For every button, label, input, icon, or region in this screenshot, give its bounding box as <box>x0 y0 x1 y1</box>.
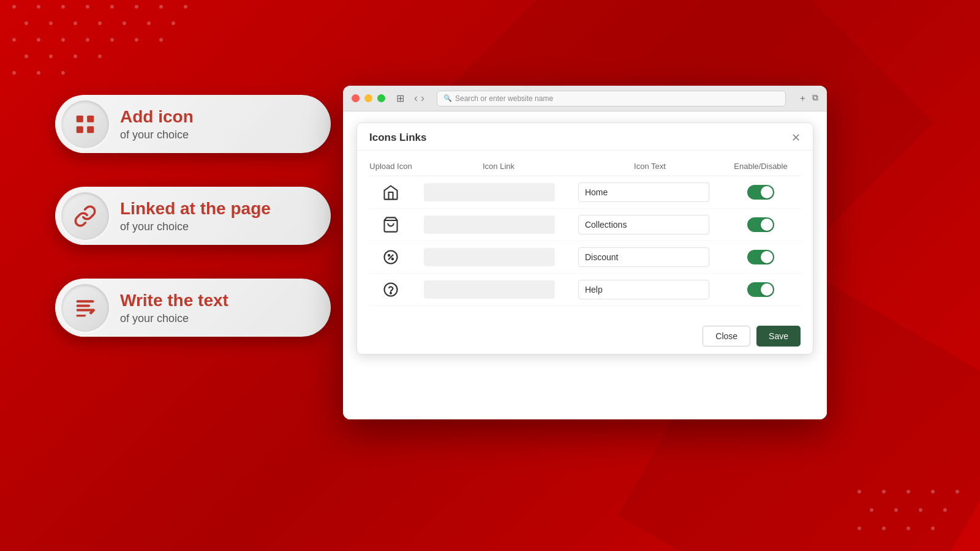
edit-icon <box>74 296 97 320</box>
browser-copy-button[interactable]: ⧉ <box>812 92 818 104</box>
svg-point-11 <box>392 258 393 260</box>
browser-back-button[interactable]: ‹ <box>414 92 418 105</box>
col-enable-disable: Enable/Disable <box>721 162 801 171</box>
discount-toggle-cell[interactable] <box>721 250 801 264</box>
feature-add-icon-subtitle: of your choice <box>120 129 194 141</box>
help-icon <box>382 281 399 298</box>
table-header: Upload Icon Icon Link Icon Text Enable/D… <box>369 158 801 176</box>
icons-links-modal: Icons Links ✕ Upload Icon Icon Link Icon… <box>356 122 813 354</box>
collections-text-input[interactable] <box>578 215 709 234</box>
add-icon-circle <box>61 100 109 148</box>
table-row <box>369 209 801 241</box>
browser-nav: ‹ › <box>414 92 424 105</box>
collections-toggle[interactable] <box>747 217 774 232</box>
traffic-light-green[interactable] <box>377 94 385 102</box>
discount-text-cell[interactable] <box>567 247 721 267</box>
help-toggle[interactable] <box>747 282 774 297</box>
svg-point-13 <box>390 293 391 294</box>
help-link-cell[interactable] <box>412 280 567 299</box>
link-icon <box>74 204 97 228</box>
home-link-input[interactable] <box>424 183 555 201</box>
help-icon-cell <box>369 281 412 298</box>
modal-header: Icons Links ✕ <box>357 123 813 151</box>
bag-icon <box>382 216 399 233</box>
help-toggle-cell[interactable] <box>721 282 801 297</box>
table-row <box>369 241 801 274</box>
addressbar-text: Search or enter website name <box>455 94 553 103</box>
feature-write-text: Write the text of your choice <box>55 279 331 337</box>
help-link-input[interactable] <box>424 280 555 299</box>
browser-actions: ＋ ⧉ <box>798 92 818 104</box>
save-button[interactable]: Save <box>756 326 801 347</box>
help-text-input[interactable] <box>578 280 709 299</box>
home-icon-cell <box>369 184 412 201</box>
browser-titlebar: ⊞ ‹ › 🔍 Search or enter website name ＋ ⧉ <box>343 86 827 111</box>
browser-addressbar[interactable]: 🔍 Search or enter website name <box>437 91 786 107</box>
discount-text-input[interactable] <box>578 247 709 267</box>
svg-rect-5 <box>77 304 90 307</box>
modal-body: Upload Icon Icon Link Icon Text Enable/D… <box>357 151 813 318</box>
discount-toggle[interactable] <box>747 250 774 264</box>
browser-tabs-icon[interactable]: ⊞ <box>396 92 404 104</box>
discount-link-cell[interactable] <box>412 248 567 266</box>
svg-rect-0 <box>77 115 83 122</box>
help-text-cell[interactable] <box>567 280 721 299</box>
collections-link-input[interactable] <box>424 216 555 234</box>
col-icon-link: Icon Link <box>412 162 567 171</box>
svg-rect-4 <box>77 300 94 302</box>
modal-title: Icons Links <box>369 132 427 144</box>
home-text-cell[interactable] <box>567 182 721 202</box>
feature-write-text-title: Write the text <box>120 290 228 311</box>
discount-link-input[interactable] <box>424 248 555 266</box>
table-row <box>369 274 801 306</box>
traffic-light-red[interactable] <box>352 94 360 102</box>
svg-point-10 <box>388 255 390 256</box>
collections-text-cell[interactable] <box>567 215 721 234</box>
modal-footer: Close Save <box>357 318 813 354</box>
home-toggle[interactable] <box>747 185 774 200</box>
feature-write-text-text: Write the text of your choice <box>120 290 228 325</box>
home-icon <box>382 184 399 201</box>
feature-linked-page-text: Linked at the page of your choice <box>120 198 271 233</box>
collections-link-cell[interactable] <box>412 216 567 234</box>
col-icon-text: Icon Text <box>567 162 721 171</box>
modal-close-button[interactable]: ✕ <box>791 132 801 143</box>
feature-add-icon-text: Add icon of your choice <box>120 107 194 141</box>
table-row <box>369 176 801 209</box>
close-button[interactable]: Close <box>703 326 750 347</box>
grid-icon <box>74 113 97 136</box>
feature-add-icon-title: Add icon <box>120 107 194 127</box>
edit-icon-circle <box>61 284 109 332</box>
feature-add-icon: Add icon of your choice <box>55 95 331 153</box>
home-toggle-cell[interactable] <box>721 185 801 200</box>
home-link-cell[interactable] <box>412 183 567 201</box>
link-icon-circle <box>61 192 109 240</box>
feature-linked-page-subtitle: of your choice <box>120 220 271 233</box>
traffic-light-yellow[interactable] <box>364 94 372 102</box>
collections-toggle-cell[interactable] <box>721 217 801 232</box>
browser-window: ⊞ ‹ › 🔍 Search or enter website name ＋ ⧉… <box>343 86 827 419</box>
svg-rect-1 <box>87 115 94 122</box>
browser-forward-button[interactable]: › <box>421 92 424 105</box>
home-text-input[interactable] <box>578 182 709 202</box>
col-upload-icon: Upload Icon <box>369 162 412 171</box>
browser-content: Icons Links ✕ Upload Icon Icon Link Icon… <box>343 111 827 419</box>
svg-rect-2 <box>77 126 83 133</box>
collections-icon-cell <box>369 216 412 233</box>
feature-linked-page-title: Linked at the page <box>120 198 271 219</box>
svg-rect-3 <box>87 126 94 133</box>
discount-icon-cell <box>369 249 412 266</box>
features-list: Add icon of your choice Linked at the pa… <box>55 95 331 337</box>
browser-new-tab-button[interactable]: ＋ <box>798 92 807 104</box>
feature-linked-page: Linked at the page of your choice <box>55 187 331 245</box>
discount-icon <box>382 249 399 266</box>
feature-write-text-subtitle: of your choice <box>120 312 228 325</box>
